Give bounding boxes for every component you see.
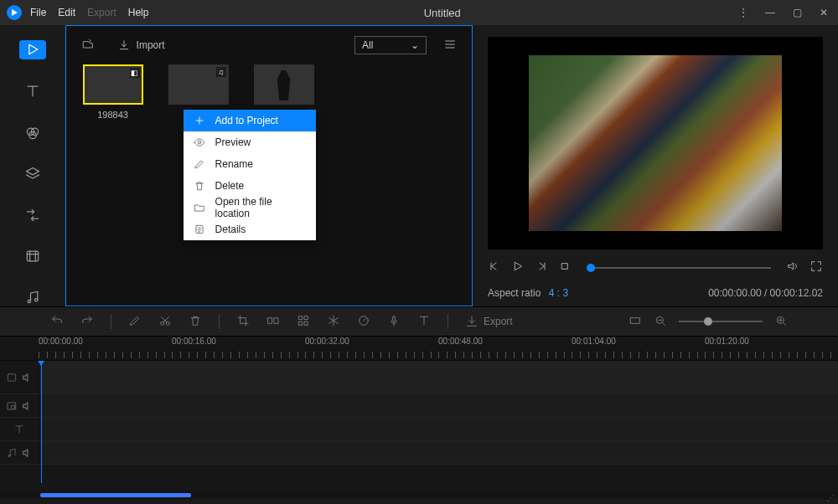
media-item[interactable]: ◧ 198843 xyxy=(83,64,143,120)
menu-file[interactable]: File xyxy=(30,7,46,18)
svg-rect-22 xyxy=(631,317,640,323)
zoom-knob[interactable] xyxy=(704,317,712,326)
tool-overlay[interactable] xyxy=(22,165,44,183)
undo-button[interactable] xyxy=(50,314,64,330)
window-title: Untitled xyxy=(148,7,736,19)
timeline-toolbar: Export xyxy=(0,306,838,337)
import-label: Import xyxy=(137,39,165,51)
menu-edit[interactable]: Edit xyxy=(58,7,75,18)
tool-filter[interactable] xyxy=(22,124,44,141)
export-label: Export xyxy=(484,316,513,327)
delete-icon[interactable] xyxy=(189,314,202,330)
more-icon[interactable]: ⋮ xyxy=(736,7,751,18)
redo-button[interactable] xyxy=(80,314,94,330)
video-badge-icon: ◧ xyxy=(130,68,140,78)
edit-icon[interactable] xyxy=(128,314,142,330)
voice-icon[interactable] xyxy=(387,314,401,330)
speed-icon[interactable] xyxy=(357,314,370,330)
svg-marker-1 xyxy=(29,45,38,55)
filter-dropdown[interactable]: All ⌄ xyxy=(354,36,427,54)
svg-rect-11 xyxy=(562,264,568,270)
time-display: 00:00:00.00 / 00:00:12.02 xyxy=(708,287,823,299)
cut-icon[interactable] xyxy=(158,314,172,330)
scrub-bar[interactable] xyxy=(587,267,771,269)
maximize-icon[interactable]: ▢ xyxy=(789,7,804,18)
ctx-preview[interactable]: Preview xyxy=(184,131,316,153)
svg-rect-19 xyxy=(304,321,308,325)
ctx-label: Rename xyxy=(215,158,253,170)
mosaic-icon[interactable] xyxy=(297,314,310,330)
svg-marker-0 xyxy=(12,9,18,16)
scrollbar-thumb[interactable] xyxy=(40,493,191,497)
text-icon[interactable] xyxy=(417,314,431,330)
video-track[interactable] xyxy=(0,361,838,394)
aspect-ratio-value[interactable]: 4 : 3 xyxy=(549,287,568,299)
ctx-label: Details xyxy=(215,224,246,235)
ctx-rename[interactable]: Rename xyxy=(184,153,316,175)
chevron-down-icon: ⌄ xyxy=(411,39,419,51)
svg-rect-18 xyxy=(299,321,303,325)
volume-icon[interactable] xyxy=(786,260,799,275)
timeline-ruler[interactable]: 00:00:00.00 00:00:16.00 00:00:32.00 00:0… xyxy=(0,337,838,360)
next-frame-button[interactable] xyxy=(535,260,548,275)
tool-text[interactable] xyxy=(22,83,44,100)
menu-export: Export xyxy=(87,7,116,18)
fit-icon[interactable] xyxy=(628,314,642,330)
import-button[interactable]: Import xyxy=(118,39,165,51)
pip-track[interactable] xyxy=(0,394,838,418)
media-caption: 198843 xyxy=(83,110,143,120)
play-button[interactable] xyxy=(511,260,525,275)
svg-rect-15 xyxy=(274,317,278,323)
zoom-out-icon[interactable] xyxy=(654,314,667,330)
playback-controls xyxy=(488,260,823,275)
timeline-scrollbar[interactable] xyxy=(0,491,838,499)
window-controls: ⋮ — ▢ ✕ xyxy=(736,7,831,18)
ruler-tick: 00:00:16.00 xyxy=(172,337,305,360)
resize-grip-icon[interactable]: ⋰ xyxy=(826,493,835,502)
text-track[interactable] xyxy=(0,418,838,441)
main-menu: File Edit Export Help xyxy=(30,7,148,18)
tool-music[interactable] xyxy=(22,289,44,306)
tool-transition[interactable] xyxy=(22,206,44,224)
audio-track[interactable] xyxy=(0,441,838,465)
tool-media[interactable] xyxy=(19,40,46,59)
list-view-toggle-icon[interactable] xyxy=(443,38,457,54)
ctx-label: Open the file location xyxy=(215,196,306,219)
playhead[interactable] xyxy=(41,361,42,483)
svg-point-7 xyxy=(34,299,37,301)
split-icon[interactable] xyxy=(266,314,280,330)
import-from-icon[interactable] xyxy=(81,38,95,54)
preview-panel: Aspect ratio 4 : 3 00:00:00.00 / 00:00:1… xyxy=(473,25,838,306)
close-icon[interactable]: ✕ xyxy=(816,7,831,18)
tool-element[interactable] xyxy=(22,248,44,265)
ctx-details[interactable]: Details xyxy=(184,219,316,240)
zoom-in-icon[interactable] xyxy=(774,314,788,330)
prev-frame-button[interactable] xyxy=(488,260,501,275)
stop-button[interactable] xyxy=(558,260,572,275)
app-logo xyxy=(7,5,22,20)
ctx-add-to-project[interactable]: Add to Project xyxy=(184,110,316,131)
menu-help[interactable]: Help xyxy=(128,7,149,18)
svg-rect-27 xyxy=(12,405,15,409)
svg-point-8 xyxy=(198,141,201,144)
ctx-label: Delete xyxy=(215,180,245,192)
crop-icon[interactable] xyxy=(236,314,250,330)
svg-point-28 xyxy=(8,455,10,456)
aspect-ratio-label: Aspect ratio 4 : 3 xyxy=(488,287,568,299)
zoom-slider[interactable] xyxy=(679,321,763,322)
ruler-tick: 00:00:48.00 xyxy=(438,337,572,360)
export-button[interactable]: Export xyxy=(465,315,513,328)
ctx-label: Preview xyxy=(215,136,251,148)
scrub-handle[interactable] xyxy=(587,264,595,272)
minimize-icon[interactable]: — xyxy=(763,7,778,18)
svg-point-6 xyxy=(28,301,30,303)
fullscreen-icon[interactable] xyxy=(810,260,823,275)
ruler-tick: 00:01:20.00 xyxy=(705,337,838,360)
freeze-icon[interactable] xyxy=(327,314,340,330)
ctx-open-location[interactable]: Open the file location xyxy=(184,197,316,219)
ctx-delete[interactable]: Delete xyxy=(184,175,316,197)
preview-viewport xyxy=(488,37,823,249)
ruler-tick: 00:00:32.00 xyxy=(305,337,438,360)
audio-badge-icon: ♫ xyxy=(216,67,226,77)
timeline-tracks xyxy=(0,360,838,491)
